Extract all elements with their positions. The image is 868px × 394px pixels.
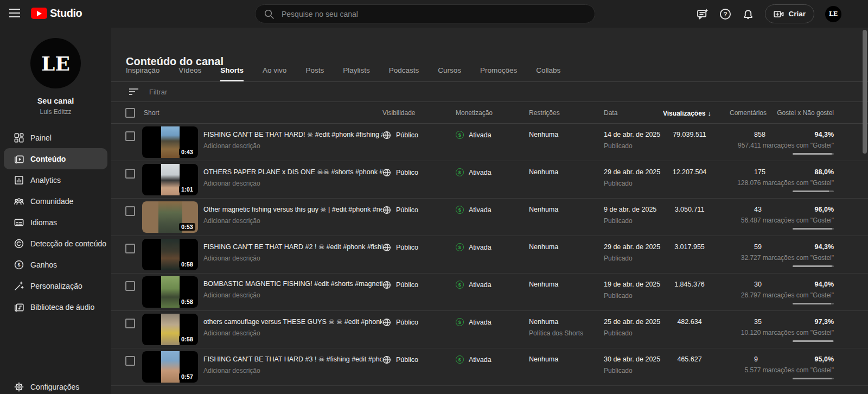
column-monetization[interactable]: Monetização: [456, 109, 493, 117]
tab-playlists[interactable]: Playlists: [343, 59, 370, 81]
column-comments[interactable]: Comentários: [730, 109, 767, 117]
tab-collabs[interactable]: Collabs: [536, 59, 560, 81]
video-title[interactable]: FISHING CAN'T BE THAT HARD #2 ! ☠ #edit …: [203, 243, 382, 251]
sidebar-item-configuracoes[interactable]: Configurações: [0, 376, 111, 394]
youtube-studio-logo[interactable]: Studio: [31, 7, 82, 20]
tab-promocoes[interactable]: Promoções: [480, 59, 517, 81]
sidebar-item-deteccao-de-conteudo[interactable]: Detecção de conteúdo: [0, 233, 111, 254]
sidebar-item-painel[interactable]: Painel: [0, 127, 111, 148]
row-checkbox[interactable]: [125, 169, 135, 179]
feedback-icon[interactable]: [697, 8, 709, 20]
sidebar-item-analytics[interactable]: Analytics: [0, 169, 111, 190]
video-description-placeholder[interactable]: Adicionar descrição: [203, 329, 382, 337]
select-all-checkbox[interactable]: [125, 108, 135, 118]
video-thumbnail[interactable]: 0:58: [142, 314, 198, 345]
tab-cursos[interactable]: Cursos: [438, 59, 461, 81]
tab-posts[interactable]: Posts: [305, 59, 324, 81]
monetization-value[interactable]: Ativada: [469, 131, 492, 139]
visibility-value[interactable]: Público: [396, 206, 418, 214]
like-ratio-bar: [793, 228, 834, 230]
monetization-value[interactable]: Ativada: [469, 206, 492, 214]
row-checkbox[interactable]: [125, 131, 135, 141]
sidebar-item-biblioteca-de-audio[interactable]: Biblioteca de áudio: [0, 296, 111, 317]
monetization-on-icon: $: [456, 243, 464, 251]
visibility-value[interactable]: Público: [396, 319, 418, 326]
sidebar-item-comunidade[interactable]: Comunidade: [0, 190, 111, 212]
visibility-value[interactable]: Público: [396, 356, 418, 364]
row-checkbox[interactable]: [125, 356, 135, 366]
table-row[interactable]: 0:58 others camouflage versus THESE GUYS…: [111, 311, 868, 348]
globe-icon: [382, 206, 391, 214]
create-button[interactable]: Criar: [765, 4, 814, 23]
video-thumbnail[interactable]: 0:58: [142, 239, 198, 270]
menu-icon[interactable]: [9, 9, 20, 18]
filter-input[interactable]: [149, 88, 312, 96]
video-description-placeholder[interactable]: Adicionar descrição: [203, 217, 382, 225]
video-thumbnail[interactable]: 1:01: [142, 164, 198, 195]
column-date[interactable]: Data: [604, 109, 617, 117]
sidebar-item-ganhos[interactable]: $ Ganhos: [0, 254, 111, 275]
sidebar-item-conteudo[interactable]: Conteúdo: [4, 148, 107, 169]
table-row[interactable]: 0:43 FISHING CAN'T BE THAT HARD! ☠ #edit…: [111, 124, 868, 161]
visibility-value[interactable]: Público: [396, 281, 418, 289]
video-title[interactable]: FISHING CAN'T BE THAT HARD! ☠ #edit #pho…: [203, 130, 382, 138]
video-thumbnail[interactable]: 0:53: [142, 201, 198, 233]
filter-icon[interactable]: [129, 88, 138, 96]
table-row[interactable]: 1:01 OTHERS PAPER PLANE x DIS ONE ☠☠ #sh…: [111, 161, 868, 199]
table-row[interactable]: 0:58 BOMBASTIC MAGNETIC FISHING! #edit #…: [111, 274, 868, 311]
video-title[interactable]: FISHING CAN'T BE THAT HARD #3 ! ☠ #fishi…: [203, 355, 382, 363]
visibility-value[interactable]: Público: [396, 131, 418, 139]
tab-videos[interactable]: Vídeos: [178, 59, 201, 81]
column-restrictions[interactable]: Restrições: [529, 109, 560, 117]
likes-cell: 94,0% 26.797 marcações com "Gostei": [741, 281, 834, 304]
video-thumbnail[interactable]: 0:58: [142, 276, 198, 308]
row-checkbox[interactable]: [125, 244, 135, 253]
visibility-value[interactable]: Público: [396, 169, 418, 176]
notifications-bell-icon[interactable]: [742, 8, 754, 20]
tab-podcasts[interactable]: Podcasts: [389, 59, 419, 81]
video-thumbnail[interactable]: 0:57: [142, 351, 198, 383]
table-row[interactable]: 0:58 FISHING CAN'T BE THAT HARD #2 ! ☠ #…: [111, 236, 868, 274]
tab-ao-vivo[interactable]: Ao vivo: [263, 59, 286, 81]
monetization-value[interactable]: Ativada: [469, 356, 492, 364]
video-title[interactable]: BOMBASTIC MAGNETIC FISHING! #edit #short…: [203, 280, 382, 288]
video-title[interactable]: Other magnetic fishing versus this guy ☠…: [203, 205, 382, 213]
column-likes-dislikes[interactable]: Gostei x Não gostei: [777, 109, 834, 117]
video-description-placeholder[interactable]: Adicionar descrição: [203, 367, 382, 374]
video-description-placeholder[interactable]: Adicionar descrição: [203, 142, 382, 150]
tab-shorts[interactable]: Shorts: [220, 59, 244, 81]
row-checkbox[interactable]: [125, 281, 135, 291]
column-views-sorted[interactable]: Visualizações↓: [663, 109, 711, 117]
vertical-scrollbar[interactable]: [863, 30, 867, 392]
sidebar-item-personalizacao[interactable]: Personalização: [0, 275, 111, 296]
table-row[interactable]: 0:53 Other magnetic fishing versus this …: [111, 199, 868, 236]
channel-search[interactable]: [255, 4, 595, 23]
globe-icon: [382, 355, 391, 364]
monetization-value[interactable]: Ativada: [469, 169, 492, 176]
visibility-value[interactable]: Público: [396, 244, 418, 251]
column-short[interactable]: Short: [144, 109, 159, 117]
table-row[interactable]: 0:57 FISHING CAN'T BE THAT HARD #3 ! ☠ #…: [111, 348, 868, 386]
scrollbar-thumb[interactable]: [863, 30, 867, 154]
tab-inspiracao[interactable]: Inspiração: [126, 59, 159, 81]
search-input[interactable]: [282, 10, 595, 18]
row-checkbox[interactable]: [125, 319, 135, 328]
like-ratio-bar: [793, 340, 834, 342]
help-icon[interactable]: ?: [719, 8, 731, 20]
sidebar-item-idiomas[interactable]: Idiomas: [0, 212, 111, 233]
video-description-placeholder[interactable]: Adicionar descrição: [203, 255, 382, 262]
row-checkbox[interactable]: [125, 206, 135, 216]
account-avatar[interactable]: LE: [825, 6, 841, 22]
monetization-value[interactable]: Ativada: [469, 244, 492, 251]
video-thumbnail[interactable]: 0:43: [142, 126, 198, 158]
video-title[interactable]: OTHERS PAPER PLANE x DIS ONE ☠☠ #shorts …: [203, 168, 382, 176]
dashboard-icon: [14, 133, 24, 143]
column-visibility[interactable]: Visibilidade: [382, 109, 416, 117]
monetization-value[interactable]: Ativada: [469, 281, 492, 289]
video-description-placeholder[interactable]: Adicionar descrição: [203, 291, 382, 299]
monetization-value[interactable]: Ativada: [469, 319, 492, 326]
video-description-placeholder[interactable]: Adicionar descrição: [203, 180, 382, 187]
video-title[interactable]: others camouflage versus THESE GUYS ☠ ☠ …: [203, 317, 382, 326]
channel-avatar[interactable]: LE: [30, 38, 81, 88]
sidebar-item-label: Biblioteca de áudio: [30, 303, 94, 312]
